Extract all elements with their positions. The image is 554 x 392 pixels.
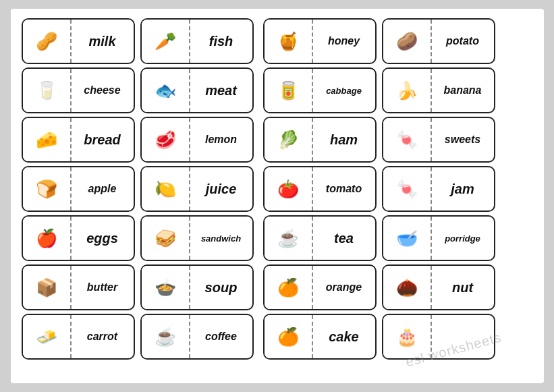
domino-image: 📦	[23, 266, 72, 309]
domino-label: fish	[190, 20, 252, 63]
domino-label: meat	[190, 69, 252, 112]
domino-label: carrot	[72, 315, 134, 358]
domino-label: juice	[190, 167, 252, 211]
domino-image: 🥫	[265, 69, 313, 112]
domino-label: banana	[432, 69, 494, 112]
domino-image: 🧈	[23, 315, 72, 358]
domino-label: tea	[313, 217, 375, 260]
domino-label: butter	[72, 266, 134, 309]
domino-card: 🥫cabbage	[263, 67, 377, 113]
domino-label: milk	[72, 20, 134, 63]
domino-image: 🍋	[142, 167, 190, 211]
domino-image: 🐟	[142, 69, 190, 112]
column-2: 🥕fish🐟meat🥩lemon🍋juice🥪sandwich🍲soup☕cof…	[140, 18, 254, 374]
domino-label	[432, 315, 494, 358]
domino-label: apple	[72, 167, 134, 211]
domino-image: 🥩	[142, 118, 190, 161]
left-section: 🥜milk🥛cheese🧀bread🍞apple🍎eggs📦butter🧈car…	[22, 18, 254, 374]
domino-image: 🥕	[142, 20, 190, 63]
domino-label: eggs	[72, 217, 134, 260]
domino-image: ☕	[265, 217, 313, 260]
domino-image: 🧀	[23, 118, 72, 161]
domino-image: 🍲	[142, 266, 190, 309]
domino-label: porridge	[432, 217, 494, 260]
domino-image: ☕	[142, 315, 190, 358]
domino-card: 🧈carrot	[22, 314, 135, 360]
domino-image: 🌰	[383, 266, 432, 309]
domino-image: 🥜	[23, 20, 72, 63]
domino-card: 🥬ham	[263, 117, 377, 163]
domino-card: 🥜milk	[22, 18, 135, 64]
domino-card: 🥣porridge	[382, 215, 495, 261]
domino-label: orange	[313, 266, 375, 309]
domino-card: ☕tea	[263, 215, 377, 261]
domino-image: 🍅	[265, 167, 313, 211]
domino-label: honey	[313, 20, 375, 63]
domino-label: sweets	[432, 118, 494, 161]
domino-card: 🍅tomato	[263, 166, 377, 212]
domino-image: 🍞	[23, 167, 72, 211]
domino-card: 🍊cake	[263, 314, 377, 360]
domino-label: cabbage	[313, 69, 375, 112]
domino-label: bread	[72, 118, 134, 161]
domino-label: potato	[432, 20, 494, 63]
domino-card: 🥩lemon	[140, 117, 254, 163]
main-page: 🥜milk🥛cheese🧀bread🍞apple🍎eggs📦butter🧈car…	[11, 9, 544, 383]
domino-card: 📦butter	[22, 264, 135, 310]
column-1: 🥜milk🥛cheese🧀bread🍞apple🍎eggs📦butter🧈car…	[22, 18, 135, 374]
domino-label: nut	[432, 266, 494, 309]
domino-image: 🥬	[265, 118, 313, 161]
domino-card: 🎂	[382, 314, 495, 360]
domino-card: 🍲soup	[140, 264, 254, 310]
domino-image: 🍯	[265, 20, 313, 63]
domino-card: 🍞apple	[22, 166, 135, 212]
domino-label: lemon	[190, 118, 252, 161]
domino-label: cake	[313, 315, 375, 358]
column-4: 🥔potato🍌banana🍬sweets🍬jam🥣porridge🌰nut🎂	[382, 18, 495, 374]
domino-card: 🍊orange	[263, 264, 377, 310]
right-section: 🍯honey🥫cabbage🥬ham🍅tomato☕tea🍊orange🍊cak…	[263, 18, 495, 374]
domino-label: tomato	[313, 167, 375, 211]
domino-image: 🍊	[265, 315, 313, 358]
domino-label: sandwich	[190, 217, 252, 260]
domino-card: 🥕fish	[140, 18, 254, 64]
domino-card: 🍎eggs	[22, 215, 135, 261]
domino-card: 🧀bread	[22, 117, 135, 163]
domino-image: 🍌	[383, 69, 432, 112]
domino-image: 🎂	[383, 315, 432, 358]
domino-label: cheese	[72, 69, 134, 112]
domino-card: 🍯honey	[263, 18, 377, 64]
domino-image: 🥛	[23, 69, 72, 112]
domino-card: 🍌banana	[382, 67, 495, 113]
domino-label: ham	[313, 118, 375, 161]
domino-label: soup	[190, 266, 252, 309]
domino-image: 🍬	[383, 118, 432, 161]
domino-image: 🍬	[383, 167, 432, 211]
domino-card: ☕coffee	[140, 314, 254, 360]
domino-card: 🌰nut	[382, 264, 495, 310]
domino-label: coffee	[190, 315, 252, 358]
domino-card: 🥪sandwich	[140, 215, 254, 261]
domino-image: 🥔	[383, 20, 432, 63]
domino-card: 🥔potato	[382, 18, 495, 64]
domino-card: 🐟meat	[140, 67, 254, 113]
domino-image: 🍊	[265, 266, 313, 309]
domino-card: 🥛cheese	[22, 67, 135, 113]
domino-image: 🍎	[23, 217, 72, 260]
column-3: 🍯honey🥫cabbage🥬ham🍅tomato☕tea🍊orange🍊cak…	[263, 18, 377, 374]
domino-image: 🥪	[142, 217, 190, 260]
domino-card: 🍋juice	[140, 166, 254, 212]
domino-card: 🍬sweets	[382, 117, 495, 163]
domino-card: 🍬jam	[382, 166, 495, 212]
domino-image: 🥣	[383, 217, 432, 260]
domino-label: jam	[432, 167, 494, 211]
